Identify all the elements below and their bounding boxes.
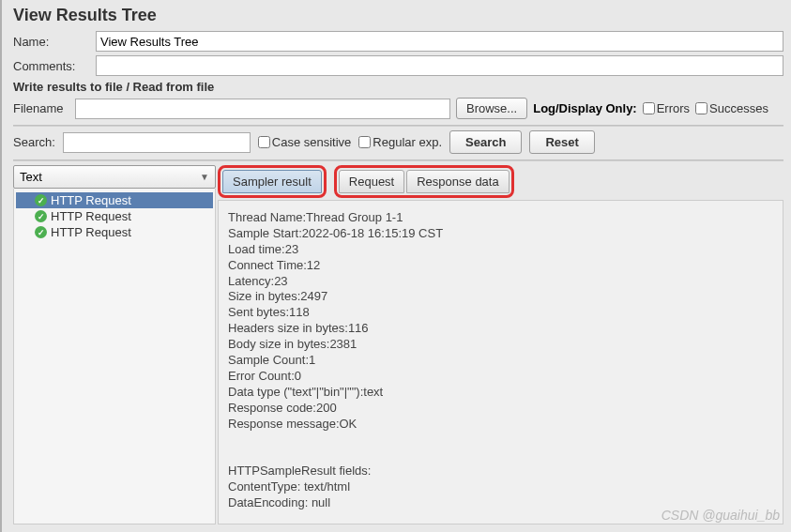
search-input[interactable] <box>63 132 251 153</box>
results-tree[interactable]: ✓ HTTP Request ✓ HTTP Request ✓ HTTP Req… <box>13 189 216 524</box>
chevron-down-icon: ▼ <box>200 172 209 182</box>
reset-button[interactable]: Reset <box>529 130 594 154</box>
highlight-box-2: Request Response data <box>334 165 514 198</box>
comments-label: Comments: <box>13 59 88 73</box>
search-label: Search: <box>13 135 55 149</box>
success-icon: ✓ <box>35 194 47 206</box>
name-label: Name: <box>13 35 88 49</box>
tree-item-label: HTTP Request <box>51 209 131 223</box>
browse-button[interactable]: Browse... <box>456 98 527 119</box>
success-icon: ✓ <box>35 210 47 222</box>
page-title: View Results Tree <box>13 6 783 25</box>
divider <box>13 125 783 127</box>
highlight-box-1: Sampler result <box>218 165 327 198</box>
filename-input[interactable] <box>75 99 450 119</box>
filename-label: Filename <box>13 101 69 115</box>
tab-request[interactable]: Request <box>339 170 404 193</box>
regular-exp-label[interactable]: Regular exp. <box>358 135 442 149</box>
tree-item[interactable]: ✓ HTTP Request <box>16 208 213 224</box>
tree-item[interactable]: ✓ HTTP Request <box>16 192 213 208</box>
comments-input[interactable] <box>96 55 783 76</box>
dropdown-value: Text <box>20 170 42 184</box>
view-type-dropdown[interactable]: Text ▼ <box>13 165 216 189</box>
successes-checkbox-label[interactable]: Successes <box>695 101 768 115</box>
successes-checkbox[interactable] <box>695 102 707 114</box>
tree-item-label: HTTP Request <box>51 193 131 207</box>
errors-checkbox-label[interactable]: Errors <box>643 101 690 115</box>
tree-item-label: HTTP Request <box>51 225 131 239</box>
divider-2 <box>13 160 783 161</box>
regular-exp-checkbox[interactable] <box>358 136 371 148</box>
tree-item[interactable]: ✓ HTTP Request <box>16 224 213 240</box>
log-display-label: Log/Display Only: <box>533 101 637 115</box>
case-sensitive-label[interactable]: Case sensitive <box>258 135 352 149</box>
errors-checkbox[interactable] <box>643 102 655 114</box>
result-content[interactable]: Thread Name:Thread Group 1-1 Sample Star… <box>218 200 783 524</box>
success-icon: ✓ <box>35 226 47 238</box>
name-input[interactable] <box>96 31 783 52</box>
file-section-label: Write results to file / Read from file <box>13 80 783 94</box>
tab-sampler-result[interactable]: Sampler result <box>222 170 322 193</box>
tab-response-data[interactable]: Response data <box>406 170 509 193</box>
case-sensitive-checkbox[interactable] <box>258 136 270 148</box>
search-button[interactable]: Search <box>449 130 522 154</box>
